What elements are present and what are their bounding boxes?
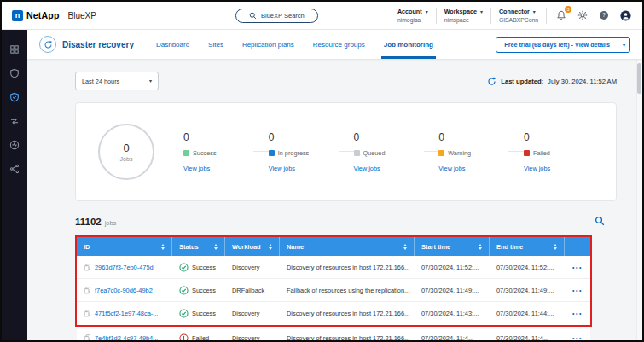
sort-icon[interactable] [474,244,482,250]
sidebar-item-extend[interactable] [8,162,21,176]
failed-icon [179,333,189,342]
name-cell: Discovery of resources in host 172.21.16… [280,334,415,342]
copy-icon[interactable] [84,334,91,342]
help-button[interactable]: ? [597,9,611,22]
sidebar-item-governance[interactable] [8,67,21,80]
netapp-logo-icon: n [12,10,23,21]
sort-icon[interactable] [399,244,407,250]
last-updated: Last updated: July 30, 2024, 11:52 AM [487,77,617,86]
sort-icon[interactable] [549,244,557,250]
connector-label: Connector [499,8,530,15]
view-jobs-link[interactable]: View jobs [438,165,508,172]
stat-queued: 0 Queued View jobs [354,131,424,172]
table-header: ID Status Workload Name Start time End t… [77,237,590,256]
success-swatch [183,150,189,156]
column-header-workload[interactable]: Workload [225,237,280,256]
settings-button[interactable] [576,9,589,22]
sort-icon[interactable] [210,244,218,250]
top-header: n NetApp BlueXP BlueXP Search Account▾ n… [2,2,642,30]
copy-icon[interactable] [84,310,91,317]
row-actions-menu[interactable]: ••• [572,335,583,341]
workspace-menu[interactable]: Workspace▾ nimspace [444,8,483,23]
sidebar-item-mobility[interactable] [8,114,21,128]
tab-bar: Dashboard Sites Replication plans Resour… [156,30,433,59]
pulse-icon [9,140,20,150]
divider [508,151,524,152]
column-label: Name [287,243,304,251]
tab-sites[interactable]: Sites [208,30,223,59]
column-header-status[interactable]: Status [172,237,225,256]
row-actions-menu[interactable]: ••• [572,264,583,270]
stat-label: Failed [533,149,550,157]
last-updated-label: Last updated: [501,78,543,85]
annotation-box: ID Status Workload Name Start time End t… [75,235,592,327]
column-header-start-time[interactable]: Start time [415,237,490,256]
job-id-link[interactable]: f7ea7c0c-90d6-49b2 [95,287,153,294]
sidebar-item-canvas[interactable] [8,43,21,56]
time-range-select[interactable]: Last 24 hours ▾ [75,72,159,90]
vertical-scrollbar[interactable] [636,59,642,340]
copy-icon[interactable] [84,287,91,294]
end-time-cell: 07/30/2024, 11:49:... [490,287,565,294]
chevron-down-icon: ▾ [426,9,428,14]
name-cell: Discovery of resources in host 172.21.16… [280,310,415,317]
sort-icon[interactable] [157,244,165,250]
scrollbar-thumb[interactable] [637,63,641,94]
column-header-id[interactable]: ID [77,237,172,256]
tab-job-monitoring[interactable]: Job monitoring [384,30,433,59]
sidebar-item-health[interactable] [8,138,21,152]
view-jobs-link[interactable]: View jobs [269,165,339,172]
row-actions-menu[interactable]: ••• [572,287,583,293]
tab-dashboard[interactable]: Dashboard [156,30,189,59]
status-text: Failed [192,334,209,342]
view-jobs-link[interactable]: View jobs [524,165,594,172]
shield-check-icon [9,92,20,102]
page-title: Disaster recovery [62,40,134,49]
account-label: Account [397,8,422,15]
refresh-icon[interactable] [487,77,496,86]
workload-cell: DRFailback [225,287,280,294]
divider [253,151,269,152]
view-jobs-link[interactable]: View jobs [354,165,424,172]
job-id-link[interactable]: 471f5cf2-1e97-48ca-... [95,310,158,317]
last-updated-value: July 30, 2024, 11:52 AM [548,78,617,85]
view-jobs-link[interactable]: View jobs [183,165,253,172]
queued-swatch [354,150,360,156]
table-search-icon[interactable] [595,216,605,226]
divider [490,8,491,24]
connector-menu[interactable]: Connector▾ GISABXPConn [499,8,538,23]
notifications-button[interactable]: 3 [554,9,568,22]
divider [436,8,437,24]
chevron-down-icon[interactable]: ▾ [618,38,629,52]
product-name: BlueXP [68,11,96,20]
sort-icon[interactable] [264,244,272,250]
table-row[interactable]: 471f5cf2-1e97-48ca-... Success Discovery… [77,302,590,325]
table-row[interactable]: 7e4bf1d2-4c97-49b4... Failed Discovery D… [77,327,590,342]
global-search[interactable]: BlueXP Search [235,9,318,23]
transfer-arrows-icon [9,116,20,126]
account-menu[interactable]: Account▾ nimogisa [397,8,428,23]
jobs-summary-card: 0 Jobs 0 Success View jobs 0 In progress [75,102,617,201]
tab-resource-groups[interactable]: Resource groups [313,30,365,59]
user-icon [620,10,631,21]
divider [546,8,547,24]
job-id-link[interactable]: 7e4bf1d2-4c97-49b4... [95,334,158,342]
table-row[interactable]: f7ea7c0c-90d6-49b2 Success DRFailback Fa… [77,279,590,302]
tab-replication-plans[interactable]: Replication plans [242,30,294,59]
status-stats: 0 Success View jobs 0 In progress View j… [183,131,594,172]
column-header-name[interactable]: Name [280,237,415,256]
column-header-end-time[interactable]: End time [490,237,565,256]
global-search-label: BlueXP Search [261,12,305,20]
status-text: Success [192,287,216,294]
table-row[interactable]: 2963d7f3-7eb0-475d Success Discovery Dis… [77,256,590,279]
user-avatar[interactable] [618,9,632,22]
stat-label: Success [193,149,217,157]
jobs-count: 11102 [75,217,102,227]
share-nodes-icon [9,164,20,174]
row-actions-menu[interactable]: ••• [572,310,583,316]
copy-icon[interactable] [84,264,91,271]
job-id-link[interactable]: 2963d7f3-7eb0-475d [95,264,154,271]
sidebar-item-protection[interactable] [8,90,21,104]
workspace-label: Workspace [444,8,477,15]
free-trial-button[interactable]: Free trial (68 days left) - View details… [496,37,630,53]
